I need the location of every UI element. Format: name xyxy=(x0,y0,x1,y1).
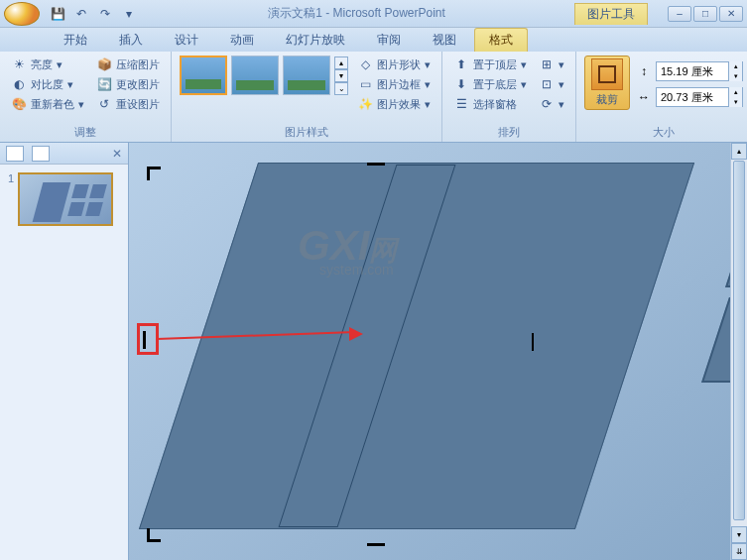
rotate-button[interactable]: ⟳▾ xyxy=(536,95,567,113)
gallery-up[interactable]: ▴ xyxy=(334,56,348,69)
ribbon: ☀亮度▾ ◐对比度▾ 🎨重新着色▾ 📦压缩图片 🔄更改图片 ↺重设图片 调整 ▴… xyxy=(0,52,747,143)
tab-animation[interactable]: 动画 xyxy=(216,29,268,52)
group-label-adjust: 调整 xyxy=(8,123,163,140)
bring-front-button[interactable]: ⬆置于顶层▾ xyxy=(450,56,530,73)
chevron-down-icon: ▾ xyxy=(425,78,431,91)
chevron-down-icon: ▾ xyxy=(425,58,431,71)
height-down[interactable]: ▾ xyxy=(728,71,742,81)
effects-icon: ✨ xyxy=(357,96,373,112)
gallery-item[interactable] xyxy=(283,56,330,95)
group-adjust: ☀亮度▾ ◐对比度▾ 🎨重新着色▾ 📦压缩图片 🔄更改图片 ↺重设图片 调整 xyxy=(0,52,172,142)
width-spinner[interactable]: ▴▾ xyxy=(656,87,743,107)
picture-effects-button[interactable]: ✨图片效果▾ xyxy=(354,95,434,113)
crop-handle-tl[interactable] xyxy=(147,167,150,180)
scroll-next-button[interactable]: ⇊ xyxy=(731,543,747,560)
crop-handle-tm[interactable] xyxy=(367,163,385,166)
change-picture-button[interactable]: 🔄更改图片 xyxy=(93,75,163,93)
group-label-size: 大小 xyxy=(584,123,743,140)
height-input[interactable] xyxy=(657,65,728,77)
tab-design[interactable]: 设计 xyxy=(161,29,212,52)
chevron-down-icon: ▾ xyxy=(521,58,527,71)
tab-format[interactable]: 格式 xyxy=(474,28,528,52)
slides-tab[interactable] xyxy=(6,146,24,162)
group-arrange: ⬆置于顶层▾ ⬇置于底层▾ ☰选择窗格 ⊞▾ ⊡▾ ⟳▾ 排列 xyxy=(442,52,576,142)
contrast-button[interactable]: ◐对比度▾ xyxy=(8,75,87,93)
vertical-scrollbar[interactable]: ▴ ▾ ⇊ xyxy=(730,143,747,560)
selection-pane-button[interactable]: ☰选择窗格 xyxy=(450,95,530,113)
save-button[interactable]: 💾 xyxy=(48,4,67,24)
gallery-more[interactable]: ⌄ xyxy=(334,82,348,95)
crop-icon xyxy=(591,58,623,90)
minimize-button[interactable]: – xyxy=(668,6,691,22)
undo-button[interactable]: ↶ xyxy=(71,4,91,24)
contextual-tab-label: 图片工具 xyxy=(574,3,648,25)
panel-close-button[interactable]: ✕ xyxy=(112,147,122,161)
chevron-down-icon: ▾ xyxy=(559,58,564,71)
save-icon: 💾 xyxy=(51,7,65,21)
front-icon: ⬆ xyxy=(453,56,469,72)
picture-shape-button[interactable]: ◇图片形状▾ xyxy=(354,56,434,73)
compress-button[interactable]: 📦压缩图片 xyxy=(93,56,163,73)
width-down[interactable]: ▾ xyxy=(728,97,742,107)
height-spinner[interactable]: ▴▾ xyxy=(656,61,743,81)
office-button[interactable] xyxy=(4,2,40,26)
slide-editor[interactable]: GXI网 system.com ▴ ▾ ⇊ xyxy=(129,143,747,560)
qat-dropdown[interactable]: ▾ xyxy=(119,4,139,24)
chevron-down-icon: ▾ xyxy=(559,78,564,91)
thumbnail-image xyxy=(18,172,113,226)
group-picture-styles: ▴ ▾ ⌄ ◇图片形状▾ ▭图片边框▾ ✨图片效果▾ 图片样式 xyxy=(172,52,442,142)
group-button[interactable]: ⊡▾ xyxy=(536,75,567,93)
recolor-button[interactable]: 🎨重新着色▾ xyxy=(8,95,87,113)
group-label-arrange: 排列 xyxy=(450,123,567,140)
chevron-down-icon: ▾ xyxy=(126,7,132,21)
thumbnail-area: 1 xyxy=(0,165,128,234)
panel-tabs: ✕ xyxy=(0,143,128,165)
tab-home[interactable]: 开始 xyxy=(50,29,101,52)
reset-icon: ↺ xyxy=(96,96,112,112)
brightness-button[interactable]: ☀亮度▾ xyxy=(8,56,87,73)
tab-review[interactable]: 审阅 xyxy=(363,29,415,52)
scrollbar-thumb[interactable] xyxy=(733,161,745,520)
reset-picture-button[interactable]: ↺重设图片 xyxy=(93,95,163,113)
tab-slideshow[interactable]: 幻灯片放映 xyxy=(272,29,359,52)
align-icon: ⊞ xyxy=(539,56,555,72)
redo-button[interactable]: ↷ xyxy=(95,4,115,24)
chevron-down-icon: ▾ xyxy=(78,98,84,111)
width-up[interactable]: ▴ xyxy=(728,87,742,97)
chevron-down-icon: ▾ xyxy=(67,78,73,91)
width-icon: ↔ xyxy=(636,89,652,105)
maximize-button[interactable]: □ xyxy=(693,6,717,22)
workspace: ✕ 1 xyxy=(0,143,747,560)
chevron-down-icon: ▾ xyxy=(425,98,431,111)
crop-handle-bl[interactable] xyxy=(147,528,150,542)
gallery-down[interactable]: ▾ xyxy=(334,69,348,82)
send-back-button[interactable]: ⬇置于底层▾ xyxy=(450,75,530,93)
height-up[interactable]: ▴ xyxy=(728,61,742,71)
tab-insert[interactable]: 插入 xyxy=(105,29,157,52)
cursor-indicator xyxy=(532,333,534,351)
scroll-down-button[interactable]: ▾ xyxy=(731,526,747,543)
brightness-icon: ☀ xyxy=(11,56,27,72)
annotation-arrowhead xyxy=(349,327,363,341)
outline-tab[interactable] xyxy=(32,146,50,162)
back-icon: ⬇ xyxy=(453,76,469,92)
chevron-down-icon: ▾ xyxy=(57,58,62,71)
crop-button[interactable]: 裁剪 xyxy=(584,56,630,110)
chevron-down-icon: ▾ xyxy=(559,98,564,111)
crop-handle-bm[interactable] xyxy=(367,543,385,546)
slide-thumbnail[interactable]: 1 xyxy=(8,172,120,226)
gallery-item[interactable] xyxy=(231,56,279,95)
watermark-subtitle: system.com xyxy=(319,262,394,278)
window-title: 演示文稿1 - Microsoft PowerPoint xyxy=(139,5,574,22)
border-icon: ▭ xyxy=(357,76,373,92)
align-button[interactable]: ⊞▾ xyxy=(536,56,567,73)
title-bar: 💾 ↶ ↷ ▾ 演示文稿1 - Microsoft PowerPoint 图片工… xyxy=(0,0,747,28)
scroll-up-button[interactable]: ▴ xyxy=(731,143,747,160)
pane-icon: ☰ xyxy=(453,96,469,112)
tab-view[interactable]: 视图 xyxy=(419,29,470,52)
gallery-item[interactable] xyxy=(180,56,227,95)
close-button[interactable]: ✕ xyxy=(719,6,743,22)
change-icon: 🔄 xyxy=(96,76,112,92)
picture-border-button[interactable]: ▭图片边框▾ xyxy=(354,75,434,93)
width-input[interactable] xyxy=(657,91,728,103)
